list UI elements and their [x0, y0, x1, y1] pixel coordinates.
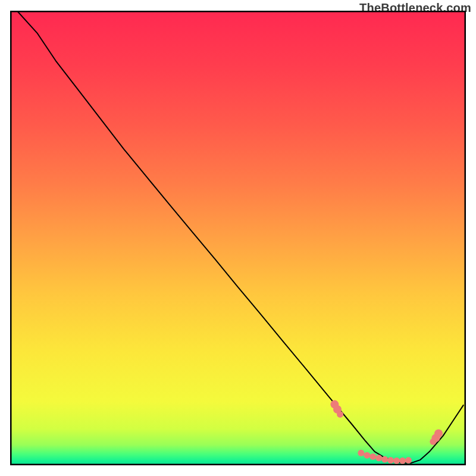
chart-svg: [10, 11, 466, 465]
marker-dot: [381, 456, 388, 463]
marker-dot: [375, 455, 382, 461]
marker-dot: [387, 457, 394, 464]
marker-dot: [399, 458, 406, 464]
marker-dot: [337, 411, 343, 418]
chart-plot-area: [10, 11, 466, 465]
marker-dot: [369, 453, 376, 460]
marker-dot: [434, 430, 443, 438]
chart-container: TheBottleneck.com: [0, 0, 476, 476]
marker-dot: [393, 458, 400, 464]
gradient-background: [10, 11, 466, 465]
marker-dot: [364, 452, 370, 459]
marker-dot: [358, 450, 364, 456]
marker-dot: [405, 457, 412, 464]
